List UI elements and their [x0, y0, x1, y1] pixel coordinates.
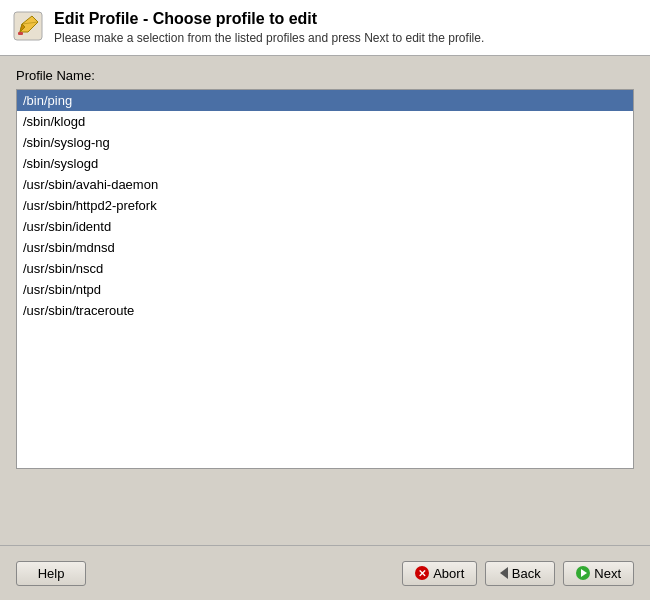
profile-list[interactable]: /bin/ping/sbin/klogd/sbin/syslog-ng/sbin… — [16, 89, 634, 469]
header-subtitle: Please make a selection from the listed … — [54, 31, 484, 45]
list-item[interactable]: /usr/sbin/ntpd — [17, 279, 633, 300]
list-item[interactable]: /usr/sbin/httpd2-prefork — [17, 195, 633, 216]
list-item[interactable]: /sbin/syslog-ng — [17, 132, 633, 153]
back-label: Back — [512, 566, 541, 581]
abort-icon: ✕ — [415, 566, 429, 580]
back-icon — [500, 567, 508, 579]
list-item[interactable]: /usr/sbin/avahi-daemon — [17, 174, 633, 195]
list-item[interactable]: /usr/sbin/nscd — [17, 258, 633, 279]
help-button[interactable]: Help — [16, 561, 86, 586]
back-button[interactable]: Back — [485, 561, 555, 586]
main-content: Profile Name: /bin/ping/sbin/klogd/sbin/… — [0, 56, 650, 481]
next-label: Next — [594, 566, 621, 581]
list-item[interactable]: /sbin/klogd — [17, 111, 633, 132]
footer: Help ✕ Abort Back Next — [0, 545, 650, 600]
svg-rect-4 — [18, 32, 23, 35]
next-icon — [576, 566, 590, 580]
abort-button[interactable]: ✕ Abort — [402, 561, 477, 586]
list-item[interactable]: /sbin/syslogd — [17, 153, 633, 174]
abort-label: Abort — [433, 566, 464, 581]
edit-profile-icon — [12, 10, 44, 42]
list-item[interactable]: /usr/sbin/mdnsd — [17, 237, 633, 258]
header-text-block: Edit Profile - Choose profile to edit Pl… — [54, 10, 484, 45]
profile-name-label: Profile Name: — [16, 68, 634, 83]
list-item[interactable]: /usr/sbin/traceroute — [17, 300, 633, 321]
list-item[interactable]: /usr/sbin/identd — [17, 216, 633, 237]
header: Edit Profile - Choose profile to edit Pl… — [0, 0, 650, 56]
footer-right-buttons: ✕ Abort Back Next — [402, 561, 634, 586]
list-item[interactable]: /bin/ping — [17, 90, 633, 111]
next-button[interactable]: Next — [563, 561, 634, 586]
header-title: Edit Profile - Choose profile to edit — [54, 10, 484, 28]
